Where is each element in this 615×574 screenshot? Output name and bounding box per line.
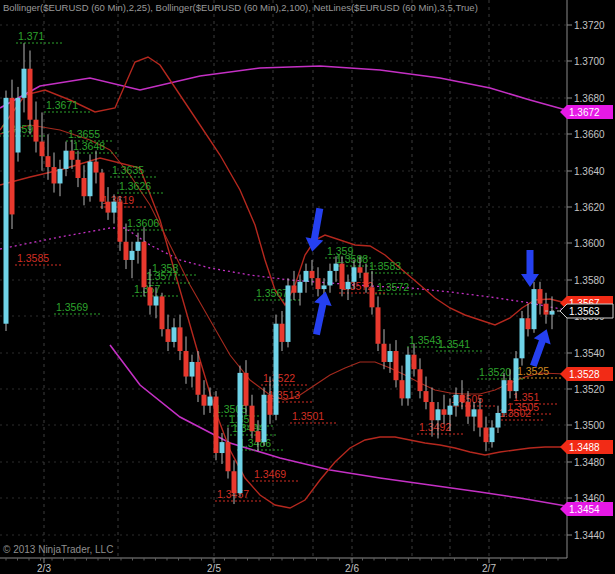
candle-down [214,397,219,453]
candle-down [256,431,261,442]
candle-up [22,69,27,98]
candle-up [502,380,507,413]
candle-up [346,282,351,289]
candle-down [340,264,345,290]
candle-down [508,380,513,391]
candle-up [4,98,9,324]
red-netline-label: 1.3585 [17,252,49,264]
candle-up [514,358,519,391]
green-netline-label: 1.3588 [336,253,368,265]
candle-down [100,173,105,202]
candle-up [154,296,159,305]
candle-down [466,402,471,417]
candle-down [310,271,315,278]
price-tick-label: 1.3720 [574,20,605,31]
candle-up [208,397,213,406]
time-tick-label: 2/7 [482,563,496,574]
candle-down [232,471,237,493]
candle-up [262,395,267,442]
green-netline-label: 1.3648 [73,140,105,152]
candle-down [160,296,165,329]
price-chart-canvas[interactable]: 1.3711.36711.36591.36551.36481.36351.362… [0,0,615,574]
candle-down [142,242,147,288]
price-tag-label: 1.3672 [569,107,600,118]
time-tick-label: 2/5 [207,563,221,574]
red-netline-label: 1.3492 [419,421,451,433]
time-tick-label: 2/3 [37,563,51,574]
candle-down [178,327,183,351]
annotation-arrow-down [521,250,539,287]
ninjatrader-chart-window: Bollinger($EURUSD (60 Min),2,25), Bollin… [0,0,615,574]
green-netline-label: 1.3606 [127,217,159,229]
candle-down [268,395,273,415]
candle-down [148,287,153,305]
candle-up [16,98,21,153]
candle-up [304,271,309,282]
green-netline-label: 1.3520 [479,366,511,378]
candle-up [136,242,141,251]
candle-down [166,329,171,342]
candle-down [292,285,297,292]
candle-down [226,442,231,471]
price-tag-label: 1.3454 [569,504,600,515]
candle-up [334,264,339,271]
candle-down [364,273,369,288]
candle-up [298,282,303,293]
candle-up [406,355,411,399]
candle-up [454,395,459,406]
orange-netline-label: 1.3525 [517,365,549,377]
candle-down [202,395,207,406]
candle-down [538,289,543,304]
price-tick-label: 1.3580 [574,275,605,286]
candle-up [352,267,357,282]
candle-up [436,409,441,420]
candle-down [316,278,321,289]
bb25-mid-line [0,125,566,400]
red-netline-label: 1.3513 [268,389,300,401]
price-tick-label: 1.3480 [574,457,605,468]
green-netline-label: 1.371 [18,30,44,42]
candle-up [64,151,69,169]
candle-down [40,142,45,157]
candle-up [496,413,501,428]
candle-up [322,285,327,289]
price-tick-label: 1.3660 [574,129,605,140]
candle-down [52,167,57,183]
candle-up [88,162,93,197]
candle-up [238,373,243,493]
candle-down [10,98,15,215]
price-tick-label: 1.3700 [574,56,605,67]
price-tick-label: 1.3520 [574,384,605,395]
candle-down [484,428,489,443]
candle-down [544,304,549,315]
red-netline-label: 1.3501 [292,410,324,422]
green-netline-label: 1.3635 [112,164,144,176]
candle-down [430,402,435,420]
price-tag-label: 1.3563 [569,306,600,317]
copyright-text: © 2013 NinjaTrader, LLC [3,544,113,555]
annotation-arrow-up [308,290,335,337]
candle-down [418,369,423,391]
time-tick-label: 2/6 [345,563,359,574]
green-netline-label: 1.3671 [46,99,78,111]
candle-down [400,380,405,398]
candle-down [370,287,375,307]
price-tick-label: 1.3500 [574,420,605,431]
green-netline-label: 1.3626 [119,180,151,192]
candle-down [358,267,363,272]
candle-down [526,318,531,329]
candle-down [196,362,201,395]
candle-down [106,202,111,213]
candle-down [394,351,399,380]
price-tick-label: 1.3460 [574,493,605,504]
candle-up [172,327,177,342]
candle-up [490,428,495,443]
red-netline-label: 1.3469 [254,468,286,480]
candle-up [58,169,63,184]
price-tick-label: 1.3640 [574,166,605,177]
candle-down [28,69,33,120]
candle-down [412,355,417,370]
price-tick-label: 1.3680 [574,93,605,104]
candle-up [130,251,135,260]
candle-down [70,151,75,160]
